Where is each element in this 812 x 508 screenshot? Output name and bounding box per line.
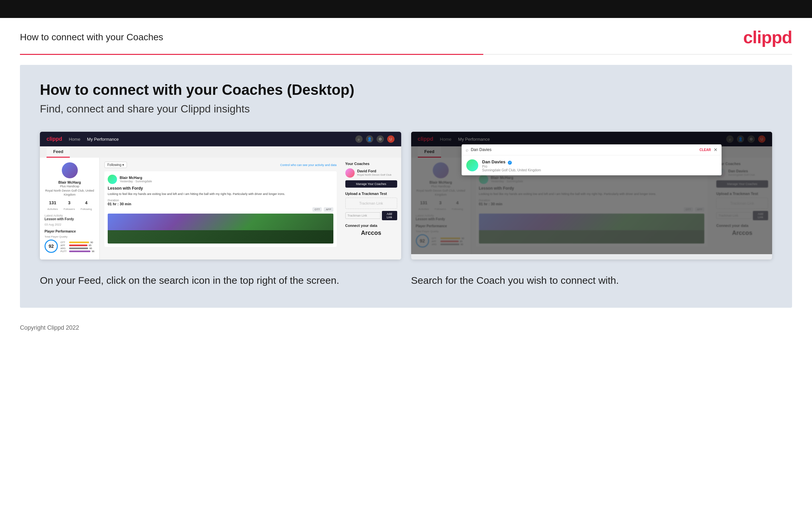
result-name-row: Dan Davies ✓ <box>482 159 541 165</box>
post-card: Blair McHarg Yesterday · Sunningdale Les… <box>104 171 337 247</box>
following-button[interactable]: Following ▾ <box>104 162 127 168</box>
step-2-desc: Search for the Coach you wish to connect… <box>411 273 772 288</box>
quality-score: 92 <box>45 240 58 253</box>
trackman-title-1: Upload a Trackman Test <box>345 192 397 196</box>
search-bar: ⌕ Dan Davies CLEAR ✕ Dan Davies ✓ Pro <box>462 144 722 175</box>
post-body: Looking to feel like my hands are exitin… <box>108 192 333 197</box>
trackman-link-placeholder: Trackman Link <box>345 198 397 209</box>
bar-putt-fill <box>69 251 90 252</box>
trackman-input[interactable]: Trackman Link <box>345 212 381 219</box>
arccos-brand: Arccos <box>345 229 397 237</box>
bar-ott-val: 90 <box>90 241 93 244</box>
mock-body-1: Blair McHarg Plus Handicap Royal North D… <box>40 158 401 259</box>
mock-nav-home: Home <box>69 137 81 142</box>
bar-app-fill <box>69 245 87 246</box>
mock-feed-1: Following ▾ Control who can see your act… <box>100 158 341 259</box>
lesson-date: 03 Aug 2022 <box>45 223 95 226</box>
header-divider <box>20 54 792 55</box>
main-content: How to connect with your Coaches (Deskto… <box>20 65 792 308</box>
perf-title: Player Performance <box>45 229 95 233</box>
trackman-input-row: Trackman Link Add Link <box>345 211 397 220</box>
search-close-icon[interactable]: ✕ <box>714 147 718 153</box>
result-avatar <box>466 159 478 171</box>
post-author-sub: Yesterday · Sunningdale <box>120 180 152 183</box>
user-avatar-icon[interactable]: U <box>387 135 394 143</box>
screenshot-2: clippd Home My Performance ⌕ 👤 ⚙ U Feed <box>411 132 772 259</box>
coach-club-1: Royal North Devon Golf Club <box>357 173 391 177</box>
post-header: Blair McHarg Yesterday · Sunningdale <box>108 175 333 184</box>
bar-arg-fill <box>69 248 88 249</box>
stat-following: 4 Following <box>81 200 92 211</box>
manage-coaches-btn-1[interactable]: Manage Your Coaches <box>345 180 397 187</box>
following-label: Following <box>81 208 92 211</box>
copyright-text: Copyright Clippd 2022 <box>20 324 79 331</box>
search-input-row: ⌕ Dan Davies CLEAR ✕ <box>462 144 722 155</box>
main-subtitle: Find, connect and share your Clippd insi… <box>40 103 772 115</box>
clippd-logo: clippd <box>743 27 792 47</box>
step-1-text: On your Feed, click on the search icon i… <box>40 275 339 286</box>
coach-name-1: David Ford <box>357 169 391 173</box>
footer: Copyright Clippd 2022 <box>0 318 812 341</box>
latest-lesson: Lesson with Fordy <box>45 217 95 221</box>
post-author-name: Blair McHarg <box>120 176 152 180</box>
search-magnifier-icon: ⌕ <box>466 147 468 153</box>
search-result-item[interactable]: Dan Davies ✓ Pro Sunningdale Golf Club, … <box>462 155 722 175</box>
bar-app: APP 85 <box>60 244 94 247</box>
total-quality-label: Total Player Quality <box>45 235 95 238</box>
tag-ott: OTT <box>313 207 322 212</box>
bar-ott: OTT 90 <box>60 241 94 244</box>
search-clear-btn[interactable]: CLEAR <box>699 148 711 152</box>
verified-badge: ✓ <box>508 161 512 165</box>
activities-label: Activities <box>48 208 58 211</box>
mock-logo-1: clippd <box>47 136 62 142</box>
search-icon[interactable]: ⌕ <box>355 135 363 143</box>
followers-count: 3 <box>63 200 75 205</box>
activities-count: 131 <box>48 200 58 205</box>
bar-ott-fill <box>69 242 89 243</box>
mock-coaches-1: Your Coaches David Ford Royal North Devo… <box>341 158 401 259</box>
step-1-desc: On your Feed, click on the search icon i… <box>40 273 401 288</box>
coach-info-1: David Ford Royal North Devon Golf Club <box>357 169 391 177</box>
header: How to connect with your Coaches clippd <box>0 18 812 47</box>
bar-arg-label: ARG <box>60 247 68 250</box>
result-club: Sunningdale Golf Club, United Kingdom <box>482 168 541 172</box>
feed-tab-1[interactable]: Feed <box>47 146 70 158</box>
bar-ott-label: OTT <box>60 241 68 244</box>
user-avatar-area: Blair McHarg Plus Handicap Royal North D… <box>45 162 95 197</box>
user-club: Royal North Devon Golf Club, United King… <box>45 188 95 197</box>
main-title: How to connect with your Coaches (Deskto… <box>40 82 772 98</box>
step-2-text: Search for the Coach you wish to connect… <box>411 275 619 286</box>
post-author-info: Blair McHarg Yesterday · Sunningdale <box>120 176 152 183</box>
mock-nav-1: clippd Home My Performance ⌕ 👤 ⚙ U <box>40 132 401 146</box>
result-info: Dan Davies ✓ Pro Sunningdale Golf Club, … <box>482 159 541 172</box>
post-duration: Duration <box>108 199 333 202</box>
control-link[interactable]: Control who can see your activity and da… <box>280 163 337 167</box>
connect-title-1: Connect your data <box>345 223 397 227</box>
post-author-avatar <box>108 175 117 184</box>
coach-avatar-1 <box>345 168 355 178</box>
bar-arg-val: 86 <box>89 247 92 250</box>
user-avatar <box>62 162 78 178</box>
mock-sidebar-1: Blair McHarg Plus Handicap Royal North D… <box>40 158 100 259</box>
user-stats: 131 Activities 3 Followers 4 Following <box>45 200 95 211</box>
latest-activity-label: Latest Activity <box>45 214 95 217</box>
user-name: Blair McHarg <box>45 180 95 184</box>
result-role: Pro <box>482 165 541 168</box>
post-title: Lesson with Fordy <box>108 186 333 190</box>
following-row: Following ▾ Control who can see your act… <box>104 162 337 168</box>
bar-putt: PUTT 96 <box>60 250 94 253</box>
settings-icon[interactable]: ⚙ <box>377 135 384 143</box>
coaches-title-1: Your Coaches <box>345 162 397 166</box>
page-title: How to connect with your Coaches <box>20 32 163 43</box>
following-count: 4 <box>81 200 92 205</box>
mock-nav-performance: My Performance <box>87 137 118 142</box>
screenshot-1: clippd Home My Performance ⌕ 👤 ⚙ U Feed <box>40 132 401 259</box>
search-query-text[interactable]: Dan Davies <box>471 147 697 152</box>
stat-followers: 3 Followers <box>63 200 75 211</box>
bar-arg: ARG 86 <box>60 247 94 250</box>
person-icon[interactable]: 👤 <box>366 135 373 143</box>
post-duration-val: 01 hr : 30 min <box>108 202 333 206</box>
add-link-btn[interactable]: Add Link <box>382 211 397 220</box>
bar-putt-val: 96 <box>92 250 94 253</box>
mock-screen-2: clippd Home My Performance ⌕ 👤 ⚙ U Feed <box>411 132 772 254</box>
